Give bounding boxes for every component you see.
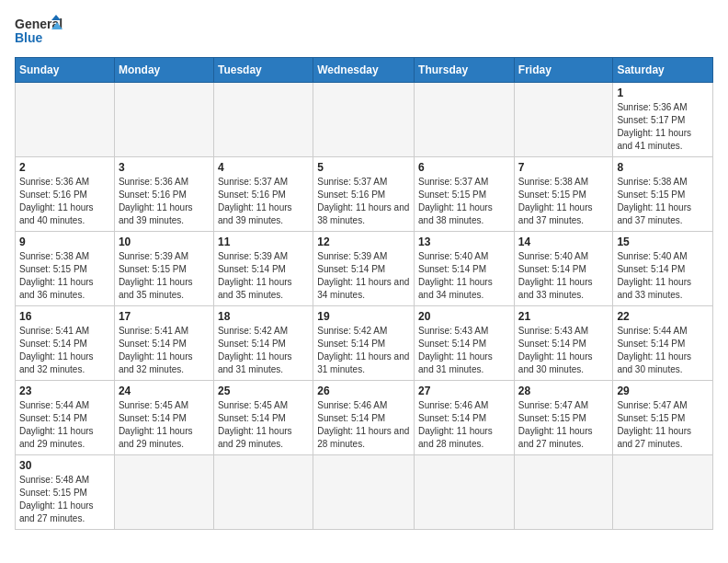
calendar-cell	[114, 455, 213, 530]
day-info: Sunrise: 5:36 AMSunset: 5:16 PMDaylight:…	[119, 176, 210, 227]
calendar-row-3: 9Sunrise: 5:38 AMSunset: 5:15 PMDaylight…	[16, 232, 713, 306]
day-info: Sunrise: 5:40 AMSunset: 5:14 PMDaylight:…	[418, 250, 510, 302]
day-info: Sunrise: 5:41 AMSunset: 5:14 PMDaylight:…	[19, 325, 110, 376]
weekday-header-sunday: Sunday	[16, 58, 115, 83]
day-info: Sunrise: 5:38 AMSunset: 5:15 PMDaylight:…	[19, 250, 110, 302]
weekday-header-monday: Monday	[114, 58, 213, 83]
calendar-cell: 5Sunrise: 5:37 AMSunset: 5:16 PMDaylight…	[313, 157, 415, 232]
calendar-row-6: 30Sunrise: 5:48 AMSunset: 5:15 PMDayligh…	[16, 455, 713, 530]
calendar-cell	[514, 455, 613, 530]
day-number: 20	[418, 310, 510, 323]
calendar-cell: 16Sunrise: 5:41 AMSunset: 5:14 PMDayligh…	[16, 306, 115, 381]
calendar-cell: 4Sunrise: 5:37 AMSunset: 5:16 PMDaylight…	[213, 157, 313, 232]
day-info: Sunrise: 5:43 AMSunset: 5:14 PMDaylight:…	[418, 325, 510, 376]
day-info: Sunrise: 5:47 AMSunset: 5:15 PMDaylight:…	[518, 399, 609, 451]
calendar-cell	[415, 455, 515, 530]
calendar-cell: 22Sunrise: 5:44 AMSunset: 5:14 PMDayligh…	[613, 306, 713, 381]
svg-text:Blue: Blue	[15, 30, 43, 45]
day-number: 13	[418, 236, 510, 248]
day-info: Sunrise: 5:37 AMSunset: 5:16 PMDaylight:…	[317, 176, 410, 227]
day-info: Sunrise: 5:36 AMSunset: 5:17 PMDaylight:…	[617, 101, 709, 153]
day-number: 27	[418, 385, 510, 397]
calendar-cell: 19Sunrise: 5:42 AMSunset: 5:14 PMDayligh…	[313, 306, 415, 381]
day-number: 28	[518, 385, 609, 397]
day-number: 17	[119, 310, 210, 323]
calendar-cell: 17Sunrise: 5:41 AMSunset: 5:14 PMDayligh…	[114, 306, 213, 381]
calendar-cell: 8Sunrise: 5:38 AMSunset: 5:15 PMDaylight…	[613, 157, 713, 232]
calendar-cell	[313, 455, 415, 530]
calendar-cell: 6Sunrise: 5:37 AMSunset: 5:15 PMDaylight…	[415, 157, 515, 232]
day-info: Sunrise: 5:40 AMSunset: 5:14 PMDaylight:…	[617, 250, 709, 302]
day-number: 22	[617, 310, 709, 323]
day-number: 5	[317, 161, 410, 174]
day-number: 9	[19, 236, 110, 248]
calendar-cell: 12Sunrise: 5:39 AMSunset: 5:14 PMDayligh…	[313, 232, 415, 306]
day-info: Sunrise: 5:44 AMSunset: 5:14 PMDaylight:…	[617, 325, 709, 376]
day-info: Sunrise: 5:42 AMSunset: 5:14 PMDaylight:…	[218, 325, 309, 376]
calendar-cell	[514, 83, 613, 157]
day-info: Sunrise: 5:39 AMSunset: 5:15 PMDaylight:…	[119, 250, 210, 302]
calendar-cell: 3Sunrise: 5:36 AMSunset: 5:16 PMDaylight…	[114, 157, 213, 232]
calendar-cell: 20Sunrise: 5:43 AMSunset: 5:14 PMDayligh…	[415, 306, 515, 381]
day-info: Sunrise: 5:46 AMSunset: 5:14 PMDaylight:…	[317, 399, 410, 451]
calendar-cell: 30Sunrise: 5:48 AMSunset: 5:15 PMDayligh…	[16, 455, 115, 530]
day-info: Sunrise: 5:37 AMSunset: 5:15 PMDaylight:…	[418, 176, 510, 227]
calendar-cell: 1Sunrise: 5:36 AMSunset: 5:17 PMDaylight…	[613, 83, 713, 157]
calendar-cell: 26Sunrise: 5:46 AMSunset: 5:14 PMDayligh…	[313, 381, 415, 455]
calendar-cell: 24Sunrise: 5:45 AMSunset: 5:14 PMDayligh…	[114, 381, 213, 455]
day-number: 19	[317, 310, 410, 323]
calendar-cell: 15Sunrise: 5:40 AMSunset: 5:14 PMDayligh…	[613, 232, 713, 306]
day-info: Sunrise: 5:36 AMSunset: 5:16 PMDaylight:…	[19, 176, 110, 227]
day-info: Sunrise: 5:41 AMSunset: 5:14 PMDaylight:…	[119, 325, 210, 376]
calendar-cell	[415, 83, 515, 157]
calendar-cell	[213, 455, 313, 530]
weekday-header-friday: Friday	[514, 58, 613, 83]
day-number: 4	[218, 161, 309, 174]
calendar-cell	[313, 83, 415, 157]
calendar-cell	[613, 455, 713, 530]
calendar-cell	[213, 83, 313, 157]
day-info: Sunrise: 5:48 AMSunset: 5:15 PMDaylight:…	[19, 474, 110, 525]
calendar-cell: 28Sunrise: 5:47 AMSunset: 5:15 PMDayligh…	[514, 381, 613, 455]
calendar-body: 1Sunrise: 5:36 AMSunset: 5:17 PMDaylight…	[16, 83, 713, 530]
day-info: Sunrise: 5:40 AMSunset: 5:14 PMDaylight:…	[518, 250, 609, 302]
day-number: 30	[19, 459, 110, 472]
day-number: 25	[218, 385, 309, 397]
calendar-cell: 18Sunrise: 5:42 AMSunset: 5:14 PMDayligh…	[213, 306, 313, 381]
weekday-header-row: SundayMondayTuesdayWednesdayThursdayFrid…	[16, 58, 713, 83]
day-info: Sunrise: 5:42 AMSunset: 5:14 PMDaylight:…	[317, 325, 410, 376]
calendar-cell: 11Sunrise: 5:39 AMSunset: 5:14 PMDayligh…	[213, 232, 313, 306]
day-number: 18	[218, 310, 309, 323]
day-number: 11	[218, 236, 309, 248]
calendar-cell: 10Sunrise: 5:39 AMSunset: 5:15 PMDayligh…	[114, 232, 213, 306]
day-number: 10	[119, 236, 210, 248]
day-info: Sunrise: 5:44 AMSunset: 5:14 PMDaylight:…	[19, 399, 110, 451]
logo: GeneralBlue	[15, 15, 63, 50]
day-info: Sunrise: 5:43 AMSunset: 5:14 PMDaylight:…	[518, 325, 609, 376]
calendar-cell: 7Sunrise: 5:38 AMSunset: 5:15 PMDaylight…	[514, 157, 613, 232]
day-number: 23	[19, 385, 110, 397]
day-number: 8	[617, 161, 709, 174]
day-number: 12	[317, 236, 410, 248]
day-number: 26	[317, 385, 410, 397]
day-info: Sunrise: 5:47 AMSunset: 5:15 PMDaylight:…	[617, 399, 709, 451]
day-info: Sunrise: 5:38 AMSunset: 5:15 PMDaylight:…	[518, 176, 609, 227]
day-number: 29	[617, 385, 709, 397]
calendar-cell: 25Sunrise: 5:45 AMSunset: 5:14 PMDayligh…	[213, 381, 313, 455]
day-info: Sunrise: 5:39 AMSunset: 5:14 PMDaylight:…	[317, 250, 410, 302]
weekday-header-saturday: Saturday	[613, 58, 713, 83]
calendar-row-4: 16Sunrise: 5:41 AMSunset: 5:14 PMDayligh…	[16, 306, 713, 381]
day-number: 21	[518, 310, 609, 323]
day-info: Sunrise: 5:37 AMSunset: 5:16 PMDaylight:…	[218, 176, 309, 227]
calendar-cell	[16, 83, 115, 157]
day-number: 16	[19, 310, 110, 323]
day-info: Sunrise: 5:39 AMSunset: 5:14 PMDaylight:…	[218, 250, 309, 302]
calendar-table: SundayMondayTuesdayWednesdayThursdayFrid…	[15, 57, 713, 530]
calendar-cell	[114, 83, 213, 157]
calendar-row-1: 1Sunrise: 5:36 AMSunset: 5:17 PMDaylight…	[16, 83, 713, 157]
calendar-cell: 13Sunrise: 5:40 AMSunset: 5:14 PMDayligh…	[415, 232, 515, 306]
day-number: 15	[617, 236, 709, 248]
day-number: 14	[518, 236, 609, 248]
calendar-cell: 23Sunrise: 5:44 AMSunset: 5:14 PMDayligh…	[16, 381, 115, 455]
day-number: 2	[19, 161, 110, 174]
